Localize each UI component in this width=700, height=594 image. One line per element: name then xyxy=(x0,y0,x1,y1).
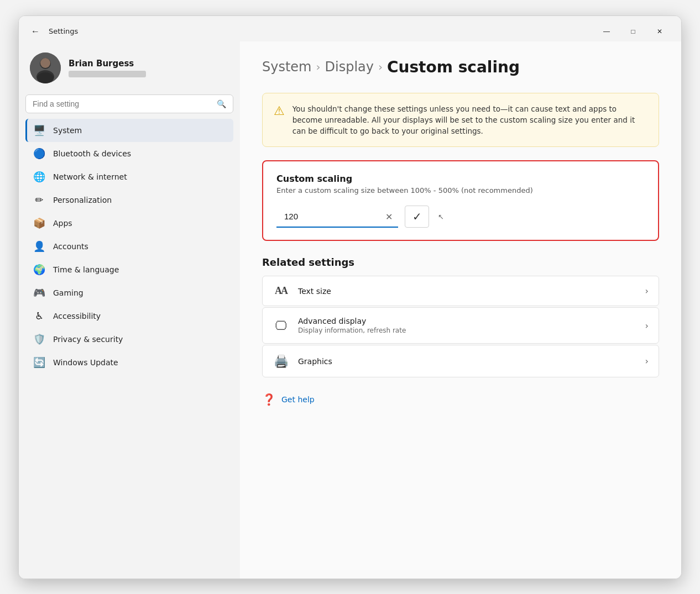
user-name: Brian Burgess xyxy=(69,59,146,69)
sidebar-item-label-bluetooth: Bluetooth & devices xyxy=(53,149,131,158)
maximize-button[interactable]: □ xyxy=(620,23,646,40)
related-item-name-graphics: Graphics xyxy=(298,357,332,366)
windows-update-icon: 🔄 xyxy=(33,356,45,369)
sidebar-item-label-privacy: Privacy & security xyxy=(53,335,123,344)
minimize-button[interactable]: — xyxy=(594,23,619,40)
related-item-advanced-display[interactable]: 🖵 Advanced display Display information, … xyxy=(262,307,659,344)
sidebar-item-gaming[interactable]: 🎮 Gaming xyxy=(25,281,233,304)
sidebar-item-label-apps: Apps xyxy=(53,219,72,228)
sidebar-item-accessibility[interactable]: ♿ Accessibility xyxy=(25,304,233,328)
titlebar-left: ← Settings xyxy=(28,24,78,39)
related-settings-title: Related settings xyxy=(262,256,659,268)
sidebar-item-windows-update[interactable]: 🔄 Windows Update xyxy=(25,351,233,374)
sidebar: Brian Burgess 🔍 🖥️ System 🔵 Bluetooth & … xyxy=(19,41,240,579)
scaling-input-wrapper: ✕ xyxy=(276,206,398,228)
titlebar-controls: — □ ✕ xyxy=(594,23,672,40)
related-item-name-text-size: Text size xyxy=(298,287,331,296)
graphics-icon: 🖨️ xyxy=(273,354,289,368)
related-item-text-block-graphics: Graphics xyxy=(298,357,332,366)
user-email xyxy=(69,71,146,77)
sidebar-item-label-system: System xyxy=(53,126,82,135)
time-icon: 🌍 xyxy=(33,264,45,276)
sidebar-item-label-accessibility: Accessibility xyxy=(53,312,101,320)
scaling-confirm-button[interactable]: ✓ xyxy=(405,206,429,228)
breadcrumb-sep-2: › xyxy=(378,60,383,73)
sidebar-item-personalization[interactable]: ✏️ Personalization xyxy=(25,188,233,212)
sidebar-item-label-personalization: Personalization xyxy=(53,196,112,204)
sidebar-item-apps[interactable]: 📦 Apps xyxy=(25,212,233,235)
related-item-left-advanced-display: 🖵 Advanced display Display information, … xyxy=(273,317,406,334)
scaling-title: Custom scaling xyxy=(276,174,645,184)
close-button[interactable]: ✕ xyxy=(647,23,672,40)
related-item-text-block-text-size: Text size xyxy=(298,287,331,296)
warning-icon: ⚠️ xyxy=(274,104,285,137)
help-icon: ❓ xyxy=(262,393,276,406)
breadcrumb: System › Display › Custom scaling xyxy=(262,58,659,76)
sidebar-item-bluetooth[interactable]: 🔵 Bluetooth & devices xyxy=(25,142,233,165)
chevron-icon-graphics: › xyxy=(645,356,649,366)
user-info: Brian Burgess xyxy=(69,59,146,77)
search-input[interactable] xyxy=(33,99,212,108)
user-profile: Brian Burgess xyxy=(25,47,233,93)
content-area: Brian Burgess 🔍 🖥️ System 🔵 Bluetooth & … xyxy=(19,41,681,579)
main-content: System › Display › Custom scaling ⚠️ You… xyxy=(240,41,681,579)
related-item-text-size[interactable]: AA Text size › xyxy=(262,276,659,306)
cursor-indicator: ↖ xyxy=(438,213,444,221)
avatar xyxy=(30,52,61,83)
gaming-icon: 🎮 xyxy=(33,287,45,299)
scaling-input-row: ✕ ✓ ↖ xyxy=(276,206,645,228)
nav-list: 🖥️ System 🔵 Bluetooth & devices 🌐 Networ… xyxy=(25,119,233,374)
related-item-text-block-advanced-display: Advanced display Display information, re… xyxy=(298,317,406,334)
custom-scaling-box: Custom scaling Enter a custom scaling si… xyxy=(262,160,659,241)
titlebar-title: Settings xyxy=(49,27,78,35)
chevron-icon-text-size: › xyxy=(645,286,649,296)
avatar-image xyxy=(30,52,61,83)
warning-text: You shouldn't change these settings unle… xyxy=(292,103,647,137)
titlebar: ← Settings — □ ✕ xyxy=(19,16,681,41)
related-item-left-graphics: 🖨️ Graphics xyxy=(273,354,332,368)
sidebar-item-label-accounts: Accounts xyxy=(53,242,88,251)
sidebar-item-label-gaming: Gaming xyxy=(53,288,83,297)
sidebar-item-system[interactable]: 🖥️ System xyxy=(25,119,233,142)
sidebar-item-network[interactable]: 🌐 Network & internet xyxy=(25,165,233,188)
related-item-sub-advanced-display: Display information, refresh rate xyxy=(298,327,406,334)
related-item-name-advanced-display: Advanced display xyxy=(298,317,406,325)
privacy-icon: 🛡️ xyxy=(33,333,45,345)
sidebar-item-label-time: Time & language xyxy=(53,265,119,274)
related-settings-list: AA Text size › 🖵 Advanced display xyxy=(262,276,659,377)
breadcrumb-sep-1: › xyxy=(316,60,321,73)
sidebar-item-label-windows-update: Windows Update xyxy=(53,358,118,367)
related-item-graphics[interactable]: 🖨️ Graphics › xyxy=(262,345,659,377)
back-button[interactable]: ← xyxy=(28,24,43,39)
checkmark-icon: ✓ xyxy=(412,210,422,223)
warning-box: ⚠️ You shouldn't change these settings u… xyxy=(262,93,659,148)
system-icon: 🖥️ xyxy=(33,124,45,136)
search-icon: 🔍 xyxy=(217,99,226,108)
settings-window: ← Settings — □ ✕ xyxy=(18,15,682,579)
advanced-display-icon: 🖵 xyxy=(273,319,289,333)
bluetooth-icon: 🔵 xyxy=(33,148,45,160)
related-settings-section: Related settings AA Text size › xyxy=(262,256,659,377)
breadcrumb-current: Custom scaling xyxy=(387,58,520,76)
personalization-icon: ✏️ xyxy=(33,194,45,206)
search-box[interactable]: 🔍 xyxy=(25,94,233,113)
sidebar-item-privacy[interactable]: 🛡️ Privacy & security xyxy=(25,328,233,351)
accounts-icon: 👤 xyxy=(33,240,45,253)
svg-point-4 xyxy=(37,72,54,83)
accessibility-icon: ♿ xyxy=(33,310,45,322)
scaling-input[interactable] xyxy=(276,206,398,228)
apps-icon: 📦 xyxy=(33,217,45,229)
breadcrumb-display[interactable]: Display xyxy=(325,59,374,75)
get-help-link[interactable]: Get help xyxy=(281,395,315,404)
network-icon: 🌐 xyxy=(33,171,45,183)
breadcrumb-system[interactable]: System xyxy=(262,59,312,75)
get-help-section[interactable]: ❓ Get help xyxy=(262,393,659,406)
scaling-clear-button[interactable]: ✕ xyxy=(385,212,393,222)
svg-point-3 xyxy=(40,58,50,68)
sidebar-item-time[interactable]: 🌍 Time & language xyxy=(25,258,233,281)
text-size-icon: AA xyxy=(273,285,289,297)
sidebar-item-label-network: Network & internet xyxy=(53,172,127,181)
scaling-description: Enter a custom scaling size between 100%… xyxy=(276,186,645,195)
chevron-icon-advanced-display: › xyxy=(645,320,649,331)
sidebar-item-accounts[interactable]: 👤 Accounts xyxy=(25,235,233,258)
